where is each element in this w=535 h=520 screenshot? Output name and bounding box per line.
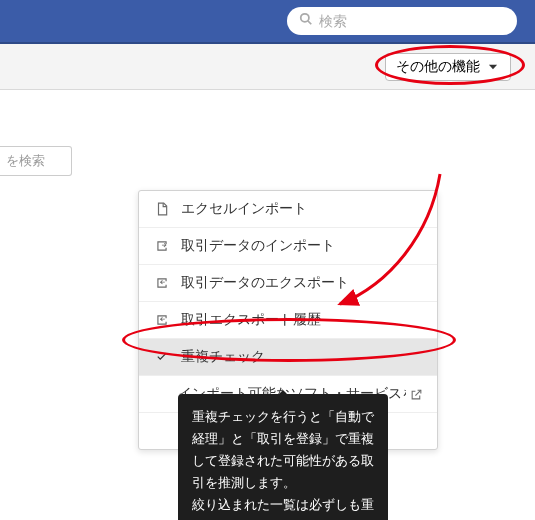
file-icon <box>153 202 171 216</box>
left-search-fragment[interactable]: を検索 <box>0 146 72 176</box>
menu-item-label: 取引データのインポート <box>181 237 335 255</box>
menu-item-transaction-import[interactable]: 取引データのインポート <box>139 228 437 265</box>
topbar <box>0 0 535 44</box>
menu-item-transaction-export[interactable]: 取引データのエクスポート <box>139 265 437 302</box>
svg-line-1 <box>308 21 312 25</box>
check-icon <box>153 350 171 364</box>
duplicate-check-tooltip: 重複チェックを行うと「自動で経理」と「取引を登録」で重複して登録された可能性があ… <box>178 394 388 520</box>
search-icon <box>299 12 319 30</box>
content-area: を検索 エクセルインポート 取引データのインポート 取引データのエクスポート 取… <box>0 90 535 108</box>
menu-item-label: 取引エクスポート履歴 <box>181 311 321 329</box>
svg-point-0 <box>301 14 309 22</box>
menu-item-label: エクセルインポート <box>181 200 307 218</box>
global-search-input[interactable] <box>319 13 505 29</box>
export-icon <box>153 276 171 290</box>
menu-item-label: 重複チェック <box>181 348 265 366</box>
global-search[interactable] <box>287 7 517 35</box>
menu-item-label: 取引データのエクスポート <box>181 274 349 292</box>
menu-item-export-history[interactable]: 取引エクスポート履歴 <box>139 302 437 339</box>
other-functions-label: その他の機能 <box>396 58 480 76</box>
menu-item-excel-import[interactable]: エクセルインポート <box>139 191 437 228</box>
subbar: その他の機能 <box>0 44 535 90</box>
tooltip-text: 重複チェックを行うと「自動で経理」と「取引を登録」で重複して登録された可能性があ… <box>192 409 374 520</box>
export-history-icon <box>153 313 171 327</box>
import-icon <box>153 239 171 253</box>
external-link-icon <box>410 388 423 401</box>
chevron-down-icon <box>486 60 500 74</box>
menu-item-duplicate-check[interactable]: 重複チェック <box>139 339 437 376</box>
other-functions-button[interactable]: その他の機能 <box>385 53 511 81</box>
